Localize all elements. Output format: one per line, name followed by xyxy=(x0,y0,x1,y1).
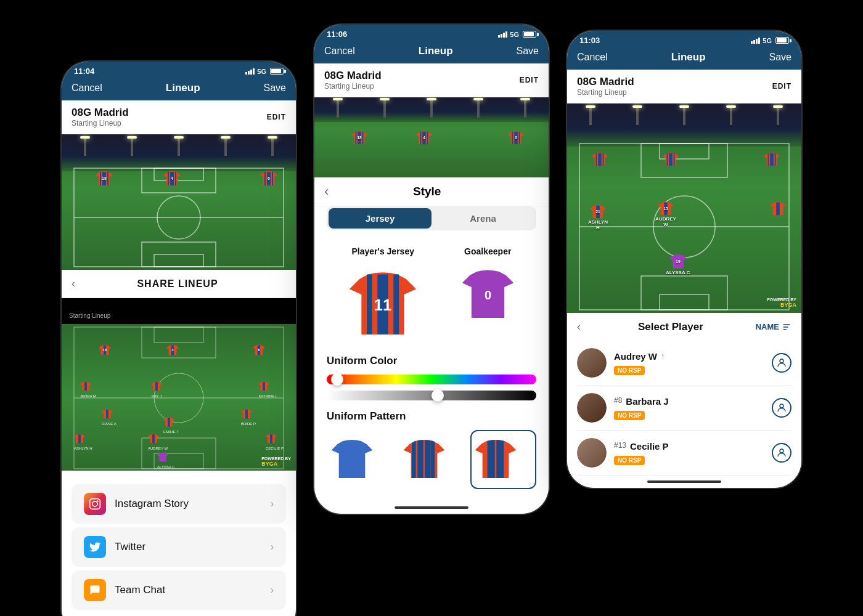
svg-point-92 xyxy=(780,359,783,363)
pattern-label: Uniform Pattern xyxy=(327,410,536,423)
svg-rect-13 xyxy=(175,172,176,185)
pattern-stripes[interactable] xyxy=(399,430,465,489)
svg-rect-54 xyxy=(519,132,520,144)
svg-text:18: 18 xyxy=(357,136,362,140)
save-btn-2[interactable]: Save xyxy=(517,46,539,57)
arrow-up-audrey: ↑ xyxy=(661,352,665,360)
pattern-wide-stripes[interactable] xyxy=(470,430,536,489)
field2-jersey-6: 6 xyxy=(508,128,524,145)
mini-jersey-r2-3: KATRINE L xyxy=(258,379,277,398)
svg-text:18: 18 xyxy=(103,348,107,352)
add-player-btn-barbara[interactable] xyxy=(772,398,791,418)
save-btn-3[interactable]: Save xyxy=(769,52,791,63)
share-panel: ‹ SHARE LINEUP 08G Madrid Starting Lineu… xyxy=(62,270,296,616)
field2-jersey-18: 18 xyxy=(351,128,367,145)
share-preview: 08G Madrid Starting Lineup xyxy=(62,298,296,471)
no-rsp-cecilie: NO RSP xyxy=(614,456,645,465)
teamchat-arrow: › xyxy=(271,585,274,596)
twitter-option[interactable]: Twitter › xyxy=(72,527,286,567)
style-back-btn[interactable]: ‹ xyxy=(324,184,329,200)
svg-rect-65 xyxy=(488,434,495,483)
select-title: Select Player xyxy=(586,321,756,333)
jersey-toggle-btn[interactable]: Jersey xyxy=(329,208,432,229)
network-1: 5G xyxy=(257,68,266,75)
svg-text:6: 6 xyxy=(258,348,260,352)
svg-text:4: 4 xyxy=(423,136,425,140)
style-title: Style xyxy=(329,185,525,198)
svg-rect-75 xyxy=(596,153,597,166)
share-back-btn[interactable]: ‹ xyxy=(72,277,75,290)
edit-btn-1[interactable]: EDIT xyxy=(267,113,286,121)
svg-rect-64 xyxy=(430,434,435,483)
svg-rect-37 xyxy=(168,418,170,426)
player-item-audrey[interactable]: Audrey W ↑ NO RSP xyxy=(577,341,791,386)
svg-rect-63 xyxy=(412,434,416,483)
f3-gk: 19 ALYSSA C xyxy=(666,251,690,275)
status-bar-2: 11:06 5G xyxy=(314,25,549,41)
svg-rect-45 xyxy=(356,132,357,144)
status-right-3: 5G xyxy=(751,37,789,44)
svg-rect-50 xyxy=(427,132,428,144)
svg-rect-36 xyxy=(245,410,248,418)
player-item-barbara[interactable]: #8 Barbara J NO RSP xyxy=(577,386,791,431)
pattern-solid[interactable] xyxy=(327,430,393,489)
svg-rect-38 xyxy=(78,434,81,443)
nav-bar-3: Cancel Lineup Save xyxy=(567,47,801,70)
teamchat-label: Team Chat xyxy=(115,584,271,596)
cancel-btn-2[interactable]: Cancel xyxy=(324,46,355,57)
arena-toggle-btn[interactable]: Arena xyxy=(432,208,534,229)
field2-jersey-4: 4 xyxy=(416,128,432,145)
svg-text:11: 11 xyxy=(374,296,392,314)
teamchat-option[interactable]: Team Chat › xyxy=(72,570,286,610)
twitter-arrow: › xyxy=(271,541,274,553)
goalkeeper-jersey-big: 0 xyxy=(462,262,514,324)
player-name-cecilie: Cecilie P xyxy=(630,441,669,452)
team-info-2: 08G Madrid Starting Lineup xyxy=(324,70,382,91)
svg-point-94 xyxy=(780,449,783,453)
time-3: 11:03 xyxy=(579,36,600,45)
nav-title-3: Lineup xyxy=(671,51,706,63)
instagram-option[interactable]: Instagram Story › xyxy=(72,484,286,524)
player-list: Audrey W ↑ NO RSP xyxy=(567,341,801,476)
cancel-btn-1[interactable]: Cancel xyxy=(72,83,102,94)
mini-jersey-2: 4 xyxy=(166,342,179,356)
add-player-btn-cecilie[interactable] xyxy=(772,443,791,463)
signal-bars-2 xyxy=(498,31,507,38)
network-2: 5G xyxy=(510,31,519,38)
svg-rect-17 xyxy=(272,172,273,185)
field-1: 18 4 6 xyxy=(62,134,296,270)
select-player-panel: ‹ Select Player NAME xyxy=(567,313,801,476)
svg-rect-8 xyxy=(100,172,101,185)
pattern-section: Uniform Pattern xyxy=(314,410,549,501)
save-btn-1[interactable]: Save xyxy=(264,83,286,94)
preview-team-sub: Starting Lineup xyxy=(69,312,288,319)
no-rsp-barbara: NO RSP xyxy=(614,411,645,420)
player-avatar-audrey xyxy=(577,348,607,378)
svg-point-93 xyxy=(780,404,783,408)
player-jersey-big: 11 xyxy=(349,262,417,342)
svg-rect-9 xyxy=(107,172,108,185)
chat-icon xyxy=(84,579,106,601)
nav-bar-1: Cancel Lineup Save xyxy=(62,78,296,100)
preview-field: 18 4 6 JENNA M KAY J xyxy=(62,324,296,471)
svg-point-43 xyxy=(97,500,99,502)
share-options: Instagram Story › Twitter › Team Chat › xyxy=(62,471,296,616)
phone-1: 11:04 5G Cancel Lineup Save 08G Madrid S… xyxy=(62,62,296,616)
svg-rect-62 xyxy=(425,434,430,483)
color-slider-rainbow[interactable] xyxy=(327,375,536,384)
add-player-btn-audrey[interactable] xyxy=(772,353,791,373)
player-item-cecilie[interactable]: #13 Cecilie P NO RSP xyxy=(577,431,791,476)
edit-btn-3[interactable]: EDIT xyxy=(772,82,791,91)
svg-rect-79 xyxy=(674,153,675,166)
field-3: 21 ASHLYN H 15 AUDREY W 19 ALYSSA C POWE… xyxy=(567,103,801,313)
team-header-2: 08G Madrid Starting Lineup EDIT xyxy=(314,63,549,97)
svg-rect-33 xyxy=(155,382,158,391)
select-back-btn[interactable]: ‹ xyxy=(577,320,581,333)
color-slider-dark[interactable] xyxy=(327,391,536,400)
style-content: ‹ Style Jersey Arena Player's Jersey xyxy=(314,177,549,501)
edit-btn-2[interactable]: EDIT xyxy=(520,76,539,84)
cancel-btn-3[interactable]: Cancel xyxy=(577,52,608,63)
svg-text:18: 18 xyxy=(102,176,107,180)
svg-rect-81 xyxy=(768,153,769,166)
select-sort[interactable]: NAME xyxy=(756,322,791,332)
